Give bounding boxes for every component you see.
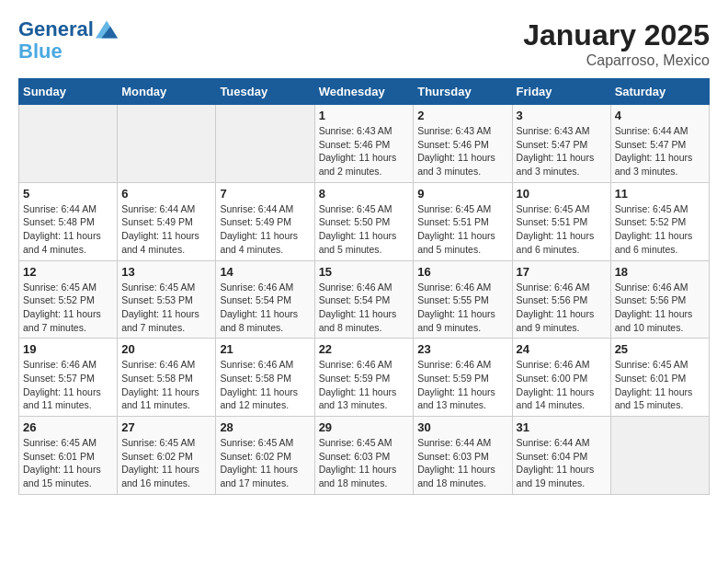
day-cell: 23Sunrise: 6:46 AMSunset: 5:59 PMDayligh… [414,339,512,417]
daylight-hours: Daylight: 11 hours and 6 minutes. [615,230,693,255]
day-number: 16 [417,265,507,279]
daylight-hours: Daylight: 11 hours and 18 minutes. [319,464,397,488]
daylight-hours: Daylight: 11 hours and 8 minutes. [220,308,298,333]
day-number: 2 [417,109,507,122]
day-cell [118,105,216,183]
day-number: 7 [220,187,310,201]
daylight-hours: Daylight: 11 hours and 13 minutes. [319,386,397,411]
daylight-hours: Daylight: 11 hours and 15 minutes. [23,464,101,488]
weekday-header-tuesday: Tuesday [216,79,314,105]
day-number: 19 [23,342,113,356]
weekday-header-monday: Monday [118,79,216,105]
day-cell: 21Sunrise: 6:46 AMSunset: 5:58 PMDayligh… [216,339,314,417]
day-number: 11 [615,187,705,201]
day-number: 31 [517,420,607,434]
daylight-hours: Daylight: 11 hours and 11 minutes. [121,386,199,411]
day-number: 17 [517,265,607,279]
daylight-hours: Daylight: 11 hours and 19 minutes. [517,464,595,488]
daylight-hours: Daylight: 11 hours and 10 minutes. [615,308,693,333]
day-number: 28 [220,420,310,434]
day-number: 22 [319,342,410,356]
day-info: Sunrise: 6:45 AMSunset: 5:51 PMDaylight:… [517,202,607,257]
day-info: Sunrise: 6:46 AMSunset: 6:00 PMDaylight:… [517,358,607,412]
daylight-hours: Daylight: 11 hours and 14 minutes. [517,386,595,411]
day-number: 1 [319,109,410,122]
day-info: Sunrise: 6:44 AMSunset: 5:47 PMDaylight:… [615,124,705,178]
day-info: Sunrise: 6:43 AMSunset: 5:46 PMDaylight:… [319,124,410,178]
day-info: Sunrise: 6:46 AMSunset: 5:56 PMDaylight:… [517,281,607,335]
location: Caparroso, Mexico [523,52,710,69]
day-cell [19,105,118,183]
day-cell: 27Sunrise: 6:45 AMSunset: 6:02 PMDayligh… [118,417,216,495]
day-info: Sunrise: 6:46 AMSunset: 5:54 PMDaylight:… [319,281,410,335]
day-cell: 7Sunrise: 6:44 AMSunset: 5:49 PMDaylight… [216,182,314,260]
day-number: 27 [121,420,211,434]
daylight-hours: Daylight: 11 hours and 2 minutes. [319,152,397,177]
day-info: Sunrise: 6:45 AMSunset: 6:01 PMDaylight:… [615,358,705,412]
day-info: Sunrise: 6:45 AMSunset: 6:02 PMDaylight:… [121,436,211,490]
week-row-1: 1Sunrise: 6:43 AMSunset: 5:46 PMDaylight… [19,105,710,183]
weekday-header-row: SundayMondayTuesdayWednesdayThursdayFrid… [19,79,710,105]
title-block: January 2025 Caparroso, Mexico [523,18,710,69]
day-info: Sunrise: 6:46 AMSunset: 5:58 PMDaylight:… [220,358,310,412]
day-number: 20 [121,342,211,356]
day-number: 8 [319,187,410,201]
daylight-hours: Daylight: 11 hours and 6 minutes. [517,230,595,255]
day-cell: 24Sunrise: 6:46 AMSunset: 6:00 PMDayligh… [512,339,610,417]
day-cell: 10Sunrise: 6:45 AMSunset: 5:51 PMDayligh… [512,182,610,260]
day-cell: 12Sunrise: 6:45 AMSunset: 5:52 PMDayligh… [19,260,118,339]
weekday-header-saturday: Saturday [610,79,709,105]
week-row-3: 12Sunrise: 6:45 AMSunset: 5:52 PMDayligh… [19,260,710,339]
day-number: 21 [220,342,310,356]
daylight-hours: Daylight: 11 hours and 7 minutes. [121,308,199,333]
day-cell: 6Sunrise: 6:44 AMSunset: 5:49 PMDaylight… [118,182,216,260]
day-cell: 3Sunrise: 6:43 AMSunset: 5:47 PMDaylight… [512,105,610,183]
day-number: 6 [121,187,211,201]
week-row-4: 19Sunrise: 6:46 AMSunset: 5:57 PMDayligh… [19,339,710,417]
day-cell: 18Sunrise: 6:46 AMSunset: 5:56 PMDayligh… [610,260,709,339]
day-cell: 16Sunrise: 6:46 AMSunset: 5:55 PMDayligh… [414,260,512,339]
daylight-hours: Daylight: 11 hours and 11 minutes. [23,386,101,411]
daylight-hours: Daylight: 11 hours and 16 minutes. [121,464,199,488]
day-cell [610,417,709,495]
day-info: Sunrise: 6:46 AMSunset: 5:57 PMDaylight:… [23,358,113,412]
weekday-header-wednesday: Wednesday [314,79,414,105]
day-info: Sunrise: 6:44 AMSunset: 6:03 PMDaylight:… [417,436,507,490]
daylight-hours: Daylight: 11 hours and 17 minutes. [220,464,298,488]
day-cell: 19Sunrise: 6:46 AMSunset: 5:57 PMDayligh… [19,339,118,417]
day-info: Sunrise: 6:45 AMSunset: 5:52 PMDaylight:… [615,202,705,257]
day-number: 15 [319,265,410,279]
day-info: Sunrise: 6:45 AMSunset: 5:53 PMDaylight:… [121,281,211,335]
day-info: Sunrise: 6:45 AMSunset: 6:01 PMDaylight:… [23,436,113,490]
day-info: Sunrise: 6:44 AMSunset: 5:48 PMDaylight:… [23,202,113,257]
day-cell: 11Sunrise: 6:45 AMSunset: 5:52 PMDayligh… [610,182,709,260]
day-info: Sunrise: 6:45 AMSunset: 5:52 PMDaylight:… [23,281,113,335]
logo-icon [96,18,118,40]
day-number: 5 [23,187,113,201]
daylight-hours: Daylight: 11 hours and 4 minutes. [121,230,199,255]
day-info: Sunrise: 6:44 AMSunset: 6:04 PMDaylight:… [517,436,607,490]
day-cell: 9Sunrise: 6:45 AMSunset: 5:51 PMDaylight… [414,182,512,260]
daylight-hours: Daylight: 11 hours and 4 minutes. [220,230,298,255]
day-cell: 15Sunrise: 6:46 AMSunset: 5:54 PMDayligh… [314,260,414,339]
day-info: Sunrise: 6:46 AMSunset: 5:56 PMDaylight:… [615,281,705,335]
day-cell: 5Sunrise: 6:44 AMSunset: 5:48 PMDaylight… [19,182,118,260]
page-header: General Blue January 2025 Caparroso, Mex… [18,18,710,69]
day-number: 14 [220,265,310,279]
day-number: 13 [121,265,211,279]
day-info: Sunrise: 6:44 AMSunset: 5:49 PMDaylight:… [121,202,211,257]
daylight-hours: Daylight: 11 hours and 9 minutes. [417,308,495,333]
day-number: 4 [615,109,705,122]
week-row-5: 26Sunrise: 6:45 AMSunset: 6:01 PMDayligh… [19,417,710,495]
day-number: 24 [517,342,607,356]
daylight-hours: Daylight: 11 hours and 9 minutes. [517,308,595,333]
day-cell: 25Sunrise: 6:45 AMSunset: 6:01 PMDayligh… [610,339,709,417]
daylight-hours: Daylight: 11 hours and 15 minutes. [615,386,693,411]
logo-text: General [18,18,94,40]
day-info: Sunrise: 6:43 AMSunset: 5:47 PMDaylight:… [517,124,607,178]
daylight-hours: Daylight: 11 hours and 8 minutes. [319,308,397,333]
day-cell: 30Sunrise: 6:44 AMSunset: 6:03 PMDayligh… [414,417,512,495]
day-number: 18 [615,265,705,279]
day-cell: 17Sunrise: 6:46 AMSunset: 5:56 PMDayligh… [512,260,610,339]
day-cell: 2Sunrise: 6:43 AMSunset: 5:46 PMDaylight… [414,105,512,183]
